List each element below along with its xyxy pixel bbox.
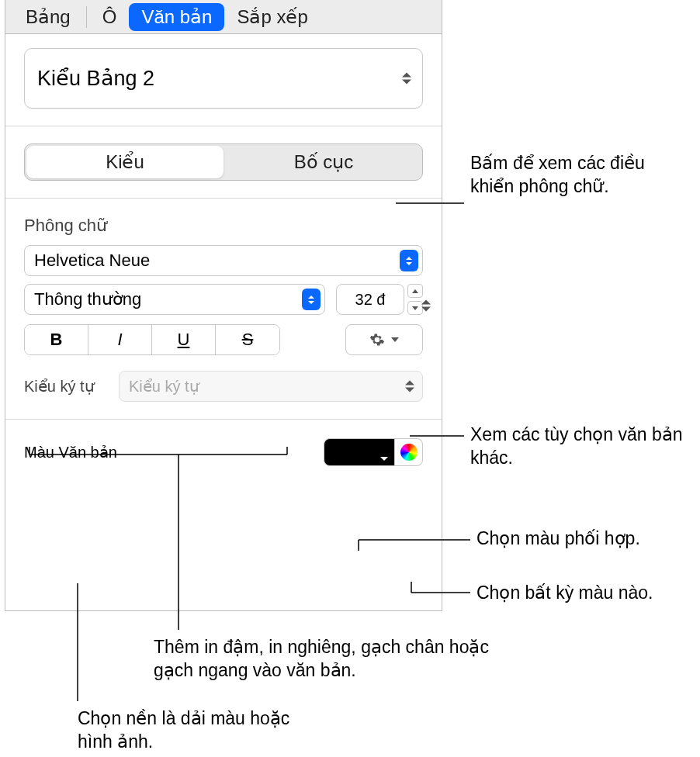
chevron-updown-icon — [421, 299, 431, 311]
divider — [5, 198, 442, 199]
font-size-up[interactable] — [407, 284, 423, 298]
font-family-select[interactable]: Helvetica Neue — [24, 245, 423, 276]
tab-table[interactable]: Bảng — [13, 3, 83, 31]
callout-font-controls: Bấm để xem các điều khiển phông chữ. — [470, 152, 688, 199]
font-size-down[interactable] — [407, 301, 423, 315]
italic-button[interactable]: I — [88, 325, 152, 354]
color-swatch[interactable] — [324, 438, 395, 466]
font-size-stepper — [407, 284, 423, 315]
bold-button[interactable]: B — [25, 325, 88, 354]
gear-icon — [369, 332, 385, 347]
character-style-label: Kiểu ký tự — [24, 377, 109, 396]
paragraph-style-select[interactable]: Kiểu Bảng 2 — [24, 48, 423, 109]
divider — [5, 419, 442, 420]
tab-arrange[interactable]: Sắp xếp — [224, 3, 320, 31]
updown-icon — [302, 289, 321, 310]
chevron-down-icon — [391, 337, 399, 342]
format-panel: Bảng Ô Văn bản Sắp xếp Kiểu Bảng 2 Kiểu … — [5, 0, 442, 611]
strikethrough-button[interactable]: S — [216, 325, 279, 354]
color-wheel-icon — [400, 444, 418, 461]
segment-layout[interactable]: Bố cục — [225, 144, 422, 180]
color-wheel-button[interactable] — [395, 438, 423, 466]
advanced-options-button[interactable] — [345, 324, 423, 355]
text-style-buttons: B I U S — [24, 324, 280, 355]
text-color-label: Màu Văn bản — [24, 443, 117, 461]
callout-text-color-bg: Chọn nền là dải màu hoặc hình ảnh. — [78, 707, 310, 754]
segment-style[interactable]: Kiểu — [26, 146, 224, 178]
tab-text[interactable]: Văn bản — [129, 3, 224, 31]
inspector-tabs: Bảng Ô Văn bản Sắp xếp — [5, 0, 442, 34]
updown-icon — [400, 250, 418, 271]
character-style-select[interactable]: Kiểu ký tự — [119, 371, 423, 402]
font-size-value: 32 đ — [355, 291, 386, 309]
callout-more-options: Xem các tùy chọn văn bản khác. — [470, 423, 688, 470]
callout-match-color: Chọn màu phối hợp. — [476, 527, 678, 551]
character-style-placeholder: Kiểu ký tự — [129, 377, 199, 396]
tab-cell[interactable]: Ô — [90, 3, 130, 31]
underline-button[interactable]: U — [152, 325, 216, 354]
chevron-updown-icon — [405, 381, 414, 392]
chevron-updown-icon — [402, 73, 411, 85]
paragraph-style-value: Kiểu Bảng 2 — [37, 66, 154, 91]
divider — [5, 126, 442, 126]
font-weight-select[interactable]: Thông thường — [24, 284, 325, 315]
text-color-label-wrap[interactable]: Màu Văn bản — [24, 443, 117, 461]
callout-style-buttons: Thêm in đậm, in nghiêng, gạch chân hoặc … — [154, 636, 495, 683]
style-layout-segment: Kiểu Bố cục — [24, 143, 423, 181]
tab-separator — [86, 6, 87, 28]
font-section-label: Phông chữ — [24, 216, 423, 236]
callout-any-color: Chọn bất kỳ màu nào. — [476, 582, 694, 605]
font-size-input[interactable]: 32 đ — [336, 284, 404, 315]
font-weight-value: Thông thường — [34, 289, 141, 309]
font-family-value: Helvetica Neue — [34, 251, 150, 271]
